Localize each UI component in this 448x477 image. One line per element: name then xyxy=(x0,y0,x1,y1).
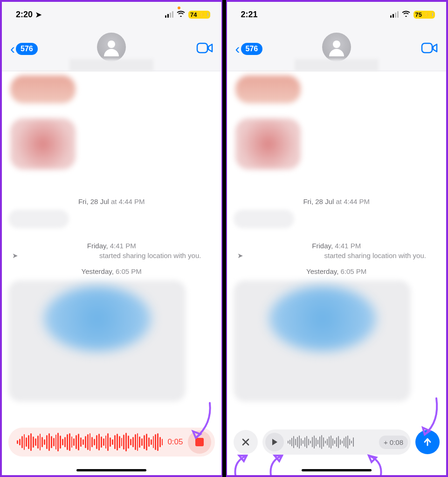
svg-rect-1 xyxy=(197,43,207,53)
facetime-button[interactable] xyxy=(196,42,213,56)
status-bar: 2:21 75⚡ xyxy=(227,2,447,27)
message-bubble-redacted xyxy=(8,210,69,228)
phone-screen-preview: 2:21 75⚡ ‹ 576 Fri, xyxy=(226,0,448,477)
unread-count-badge: 576 xyxy=(241,43,263,55)
close-icon xyxy=(241,437,250,447)
stop-recording-button[interactable] xyxy=(188,430,211,454)
unread-count-badge: 576 xyxy=(16,43,38,55)
timestamp-separator: Friday, 4:41 PM xyxy=(227,242,447,250)
chevron-left-icon: ‹ xyxy=(10,41,15,57)
continue-recording-button[interactable]: + 0:08 xyxy=(379,436,408,449)
send-audio-button[interactable] xyxy=(415,430,440,454)
contact-name-redacted xyxy=(295,59,379,71)
svg-rect-3 xyxy=(422,43,432,53)
back-button[interactable]: ‹ 576 xyxy=(235,41,263,57)
play-icon xyxy=(271,438,278,446)
messages-scroll[interactable]: Fri, 28 Jul at 4:44 PM Friday, 4:41 PM ➤… xyxy=(2,72,221,475)
chevron-left-icon: ‹ xyxy=(235,41,240,57)
home-indicator[interactable] xyxy=(76,469,146,471)
audio-preview-pill: + 0:08 xyxy=(262,429,411,455)
timestamp-separator: Fri, 28 Jul at 4:44 PM xyxy=(2,198,221,205)
play-recording-button[interactable] xyxy=(265,433,284,451)
cancel-recording-button[interactable] xyxy=(234,430,258,454)
message-card-redacted xyxy=(269,286,376,351)
timestamp-separator: Fri, 28 Jul at 4:44 PM xyxy=(227,198,447,205)
cellular-signal-icon xyxy=(165,11,173,18)
recording-waveform xyxy=(17,433,163,451)
svg-point-0 xyxy=(108,41,115,48)
recording-duration: 0:05 xyxy=(167,437,183,447)
location-sharing-notice: ➤ started sharing location with you. xyxy=(2,252,221,259)
send-up-arrow-icon xyxy=(422,437,433,447)
messages-scroll[interactable]: Fri, 28 Jul at 4:44 PM Friday, 4:41 PM ➤… xyxy=(227,72,447,475)
cellular-signal-icon xyxy=(390,11,399,18)
location-arrow-icon: ➤ xyxy=(12,252,18,260)
contact-avatar[interactable] xyxy=(322,33,351,61)
status-bar: 2:20 ➤ 74⚡ xyxy=(2,2,221,27)
conversation-header: ‹ 576 xyxy=(227,27,447,71)
preview-waveform xyxy=(288,435,375,449)
timestamp-separator: Yesterday, 6:05 PM xyxy=(227,267,447,275)
location-sharing-notice: ➤ started sharing location with you. xyxy=(227,252,447,259)
home-indicator[interactable] xyxy=(302,469,372,471)
message-bubble-redacted xyxy=(234,210,294,228)
message-card-redacted xyxy=(44,286,151,351)
wifi-icon xyxy=(401,10,411,19)
message-bubble-redacted xyxy=(235,118,301,170)
battery-indicator: 75⚡ xyxy=(414,11,435,19)
status-time: 2:21 xyxy=(241,10,258,20)
timestamp-separator: Yesterday, 6:05 PM xyxy=(2,267,221,275)
timestamp-separator: Friday, 4:41 PM xyxy=(2,242,221,250)
message-bubble-redacted xyxy=(10,118,76,170)
audio-recording-bar: 0:05 xyxy=(8,428,215,457)
svg-point-2 xyxy=(333,41,340,48)
wifi-icon xyxy=(176,10,186,19)
message-bubble-redacted xyxy=(235,75,301,103)
phone-screen-recording: 2:20 ➤ 74⚡ ‹ 576 xyxy=(0,0,222,477)
audio-preview-bar: + 0:08 xyxy=(234,428,440,457)
mic-privacy-dot-icon xyxy=(178,7,180,9)
battery-indicator: 74⚡ xyxy=(188,11,210,19)
facetime-button[interactable] xyxy=(421,42,438,56)
contact-name-redacted xyxy=(69,59,153,71)
status-time: 2:20 xyxy=(16,10,33,20)
stop-icon xyxy=(195,438,204,446)
conversation-header: ‹ 576 xyxy=(2,27,221,71)
location-arrow-icon: ➤ xyxy=(237,252,243,260)
contact-avatar[interactable] xyxy=(97,33,126,61)
message-bubble-redacted xyxy=(10,75,76,103)
location-services-icon: ➤ xyxy=(35,10,41,19)
back-button[interactable]: ‹ 576 xyxy=(10,41,38,57)
